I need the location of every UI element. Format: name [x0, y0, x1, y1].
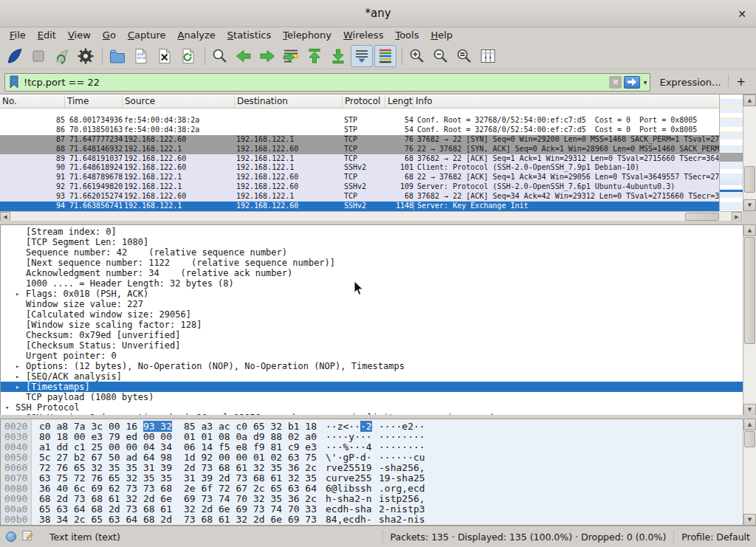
hex-row-0050[interactable]: 00505c 27 b2 67 50 ad 64 981d 92 00 00 0…: [1, 453, 755, 463]
packet-bytes-pane[interactable]: 0020c0 a8 7a 3c 00 16 93 3285 a3 ac c0 6…: [0, 419, 756, 526]
menu-tools[interactable]: Tools: [389, 29, 425, 42]
go-first-icon[interactable]: [303, 45, 326, 67]
detail-line[interactable]: ▸Flags: 0x018 (PSH, ACK): [1, 289, 743, 299]
vscroll-thumb[interactable]: [744, 166, 755, 193]
menu-statistics[interactable]: Statistics: [221, 29, 277, 42]
scroll-down-icon[interactable]: ▼: [743, 404, 756, 416]
hscroll-thumb[interactable]: [685, 213, 719, 221]
detail-line[interactable]: Acknowledgment number: 34 (relative ack …: [1, 268, 743, 278]
go-to-packet-icon[interactable]: [280, 45, 302, 67]
menu-file[interactable]: File: [4, 29, 32, 42]
packet-list-header[interactable]: No.TimeSourceDestinationProtocolLengthIn…: [0, 95, 719, 109]
column-header-source[interactable]: Source: [123, 95, 235, 108]
display-filter-input[interactable]: !tcp.port == 22 ✕ ▾: [4, 73, 650, 92]
expander-closed-icon[interactable]: ▸: [16, 289, 19, 299]
scroll-down-icon[interactable]: ▼: [743, 514, 756, 526]
hex-row-0090[interactable]: 009068 2d 73 68 61 32 2d 6e69 73 74 70 3…: [1, 494, 755, 504]
menu-analyze[interactable]: Analyze: [172, 29, 221, 42]
filter-apply-icon[interactable]: [624, 76, 640, 89]
hex-row-0030[interactable]: 003080 18 00 e3 79 ed 00 0001 01 08 0a d…: [1, 432, 755, 442]
menu-help[interactable]: Help: [425, 29, 458, 42]
expander-open-icon[interactable]: ▾: [5, 402, 9, 413]
filter-clear-icon[interactable]: ✕: [609, 76, 622, 89]
scroll-up-icon[interactable]: ▲: [743, 419, 756, 430]
start-capture-icon[interactable]: [4, 45, 26, 67]
column-header-time[interactable]: Time: [65, 95, 123, 108]
detail-line[interactable]: ▸[Timestamps]: [1, 382, 743, 392]
zoom-out-icon[interactable]: [430, 45, 452, 67]
packet-row-92[interactable]: 9271.661949820192.168.122.1192.168.122.6…: [0, 182, 719, 192]
save-file-icon[interactable]: 01010110: [130, 45, 152, 67]
detail-line[interactable]: [Next sequence number: 1122 (relative se…: [1, 258, 743, 268]
menu-telephony[interactable]: Telephony: [277, 29, 337, 42]
packet-row-94[interactable]: 9471.663856741192.168.122.1192.168.122.6…: [0, 202, 719, 211]
menu-edit[interactable]: Edit: [32, 29, 62, 42]
hex-row-0020[interactable]: 0020c0 a8 7a 3c 00 16 93 3285 a3 ac c0 6…: [1, 422, 755, 432]
detail-line[interactable]: [Calculated window size: 29056]: [1, 309, 743, 320]
scroll-up-icon[interactable]: ▲: [743, 94, 756, 106]
scroll-down-icon[interactable]: ▼: [743, 199, 756, 211]
bytes-vscrollbar[interactable]: ▲ ▼: [743, 419, 756, 526]
hex-row-00b0[interactable]: 00b038 34 2c 65 63 64 68 2d73 68 61 32 2…: [1, 515, 755, 525]
packet-row-93[interactable]: 9371.662015274192.168.122.60192.168.122.…: [0, 192, 719, 202]
details-vscrollbar[interactable]: ▲ ▼: [743, 224, 756, 416]
detail-line[interactable]: Urgent pointer: 0: [1, 351, 743, 361]
add-filter-button[interactable]: +: [729, 75, 752, 89]
bookmark-icon[interactable]: [7, 75, 21, 89]
menu-view[interactable]: View: [62, 29, 97, 42]
vscroll-thumb[interactable]: [744, 237, 755, 344]
detail-line[interactable]: 1000 .... = Header Length: 32 bytes (8): [1, 278, 743, 289]
restart-capture-icon[interactable]: [51, 45, 73, 67]
expert-info-icon[interactable]: [6, 531, 16, 542]
packet-list-vscrollbar[interactable]: ▲ ▼: [743, 94, 756, 211]
hex-row-00a0[interactable]: 00a065 63 64 68 2d 73 68 6132 2d 6e 69 7…: [1, 504, 755, 515]
title-bar[interactable]: *any ✕: [0, 0, 756, 27]
profile-label[interactable]: Profile: Default: [681, 531, 750, 543]
hex-row-0070[interactable]: 007063 75 72 76 65 32 35 3531 39 2d 73 6…: [1, 473, 755, 484]
close-file-icon[interactable]: [154, 45, 176, 67]
column-header-no[interactable]: No.: [0, 95, 65, 108]
column-header-length[interactable]: Length: [385, 95, 413, 108]
colorize-icon[interactable]: [374, 45, 396, 67]
go-forward-icon[interactable]: [256, 45, 278, 67]
capture-comment-icon[interactable]: [22, 530, 33, 543]
column-header-info[interactable]: Info: [413, 95, 719, 108]
detail-line[interactable]: Window size value: 227: [1, 299, 743, 309]
reload-file-icon[interactable]: [177, 45, 199, 67]
go-last-icon[interactable]: [327, 45, 349, 67]
expander-closed-icon[interactable]: ▸: [16, 361, 19, 371]
go-back-icon[interactable]: [233, 45, 255, 67]
detail-line[interactable]: [Stream index: 0]: [1, 227, 743, 237]
menu-capture[interactable]: Capture: [122, 29, 172, 42]
detail-line[interactable]: ▾SSH Protocol: [1, 402, 743, 413]
detail-line[interactable]: TCP payload (1080 bytes): [1, 392, 743, 402]
open-file-icon[interactable]: [106, 45, 128, 67]
menu-go[interactable]: Go: [97, 29, 122, 42]
hex-row-0060[interactable]: 006072 76 65 32 35 35 31 392d 73 68 61 3…: [1, 463, 755, 473]
auto-scroll-icon[interactable]: [351, 45, 373, 67]
scroll-up-icon[interactable]: ▲: [743, 224, 756, 236]
packet-row-88[interactable]: 8871.648146932192.168.122.1192.168.122.6…: [0, 145, 719, 154]
detail-line[interactable]: [Window size scaling factor: 128]: [1, 320, 743, 330]
find-packet-icon[interactable]: [209, 45, 231, 67]
expander-closed-icon[interactable]: ▸: [16, 371, 19, 382]
detail-line[interactable]: Sequence number: 42 (relative sequence n…: [1, 247, 743, 258]
packet-list-hscrollbar[interactable]: ◀ ▶: [0, 211, 743, 221]
detail-line[interactable]: [TCP Segment Len: 1080]: [1, 237, 743, 247]
close-icon[interactable]: ✕: [734, 6, 750, 22]
resize-columns-icon[interactable]: [477, 45, 499, 67]
zoom-in-icon[interactable]: [406, 45, 428, 67]
hex-row-0040[interactable]: 0040a1 dd c1 25 00 00 04 3406 14 f5 e8 f…: [1, 442, 755, 453]
packet-row-89[interactable]: 8971.648191037192.168.122.60192.168.122.…: [0, 154, 719, 164]
packet-row-87[interactable]: 8771.647777234192.168.122.60192.168.122.…: [0, 135, 719, 145]
packet-row-91[interactable]: 9171.648789678192.168.122.1192.168.122.6…: [0, 173, 719, 182]
packet-row-85[interactable]: 8568.001734936fe:54:00:d4:38:2aSTP54Conf…: [0, 116, 719, 125]
column-header-destination[interactable]: Destination: [235, 95, 343, 108]
column-header-protocol[interactable]: Protocol: [343, 95, 385, 108]
hex-row-0080[interactable]: 008036 40 6c 69 62 73 73 682e 6f 72 67 2…: [1, 484, 755, 494]
detail-line[interactable]: ▸[SEQ/ACK analysis]: [1, 371, 743, 382]
packet-row-86[interactable]: 8670.013850163fe:54:00:d4:38:2aSTP54Conf…: [0, 125, 719, 135]
capture-options-icon[interactable]: [75, 45, 97, 67]
packet-row-90[interactable]: 9071.648618924192.168.122.60192.168.122.…: [0, 163, 719, 173]
vscroll-thumb[interactable]: [744, 431, 755, 447]
